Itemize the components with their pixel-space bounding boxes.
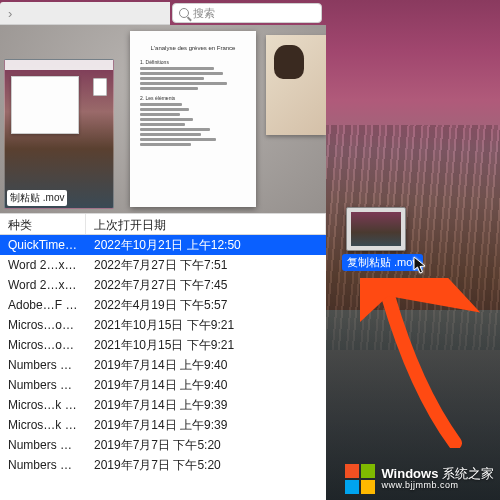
thumbnail-filename: 制粘贴 .mov [7, 190, 67, 206]
chevron-right-icon[interactable]: › [8, 6, 12, 21]
cell-date: 2022年7月27日 下午7:51 [86, 257, 326, 274]
windows-logo-icon [345, 464, 375, 494]
finder-toolbar: › [0, 2, 170, 25]
cell-kind: Word 2…x) 文稿 [0, 257, 86, 274]
search-placeholder: 搜索 [193, 6, 215, 21]
watermark: Windows 系统之家 www.bjjmmb.com [345, 464, 494, 494]
video-thumbnail[interactable]: 制粘贴 .mov [4, 59, 114, 209]
cursor-icon [413, 256, 427, 274]
dragged-file-thumbnail[interactable] [346, 207, 406, 251]
search-icon [179, 8, 189, 18]
cell-kind: QuickTime 影片 [0, 237, 86, 254]
cell-date: 2022年7月27日 下午7:45 [86, 277, 326, 294]
column-header-date[interactable]: 上次打开日期 [86, 214, 326, 234]
cell-kind: Micros…ok (.xls) [0, 338, 86, 352]
file-list: 种类 上次打开日期 QuickTime 影片2022年10月21日 上午12:5… [0, 213, 326, 500]
cell-kind: Numbers 表格 [0, 457, 86, 474]
cell-kind: Numbers 表格 [0, 377, 86, 394]
document-thumbnail[interactable]: L'analyse des grèves en France 1. Défini… [130, 31, 256, 207]
table-row[interactable]: Adobe…F (.pdf)2022年4月19日 下午5:57 [0, 295, 326, 315]
table-row[interactable]: Word 2…x) 文稿2022年7月27日 下午7:51 [0, 255, 326, 275]
table-row[interactable]: Numbers 表格2019年7月14日 上午9:40 [0, 375, 326, 395]
table-row[interactable]: Micros…k (.xlsx)2019年7月14日 上午9:39 [0, 395, 326, 415]
cell-kind: Numbers 表格 [0, 437, 86, 454]
file-icon [93, 78, 107, 96]
column-header-kind[interactable]: 种类 [0, 214, 86, 234]
table-row[interactable]: Numbers 表格2019年7月14日 上午9:40 [0, 355, 326, 375]
cell-kind: Numbers 表格 [0, 357, 86, 374]
dragged-file-label[interactable]: 复制粘贴 .mov [342, 254, 423, 271]
search-input[interactable]: 搜索 [172, 3, 322, 23]
cell-date: 2019年7月14日 上午9:40 [86, 377, 326, 394]
cell-date: 2022年4月19日 下午5:57 [86, 297, 326, 314]
cell-kind: Micros…k (.xlsx) [0, 418, 86, 432]
cell-kind: Word 2…x) 文稿 [0, 277, 86, 294]
watermark-brand: Windows [381, 466, 438, 481]
table-row[interactable]: QuickTime 影片2022年10月21日 上午12:50 [0, 235, 326, 255]
table-row[interactable]: Numbers 表格2019年7月7日 下午5:20 [0, 455, 326, 475]
table-row[interactable]: Numbers 表格2019年7月7日 下午5:20 [0, 435, 326, 455]
cell-date: 2021年10月15日 下午9:21 [86, 317, 326, 334]
cell-date: 2021年10月15日 下午9:21 [86, 337, 326, 354]
quicklook-preview: 制粘贴 .mov L'analyse des grèves en France … [0, 25, 326, 213]
table-row[interactable]: Micros…ok (.xls)2021年10月15日 下午9:21 [0, 315, 326, 335]
cell-date: 2019年7月7日 下午5:20 [86, 457, 326, 474]
cell-date: 2019年7月14日 上午9:39 [86, 397, 326, 414]
watermark-suffix: 系统之家 [442, 466, 494, 481]
cell-date: 2019年7月14日 上午9:40 [86, 357, 326, 374]
cell-date: 2022年10月21日 上午12:50 [86, 237, 326, 254]
list-header: 种类 上次打开日期 [0, 213, 326, 235]
cell-date: 2019年7月7日 下午5:20 [86, 437, 326, 454]
cell-date: 2019年7月14日 上午9:39 [86, 417, 326, 434]
table-row[interactable]: Micros…k (.xlsx)2019年7月14日 上午9:39 [0, 415, 326, 435]
cell-kind: Adobe…F (.pdf) [0, 298, 86, 312]
doc-title: L'analyse des grèves en France [140, 45, 246, 51]
table-row[interactable]: Micros…ok (.xls)2021年10月15日 下午9:21 [0, 335, 326, 355]
cell-kind: Micros…ok (.xls) [0, 318, 86, 332]
watermark-url: www.bjjmmb.com [381, 481, 494, 491]
image-thumbnail[interactable] [266, 35, 326, 135]
table-row[interactable]: Word 2…x) 文稿2022年7月27日 下午7:45 [0, 275, 326, 295]
cell-kind: Micros…k (.xlsx) [0, 398, 86, 412]
